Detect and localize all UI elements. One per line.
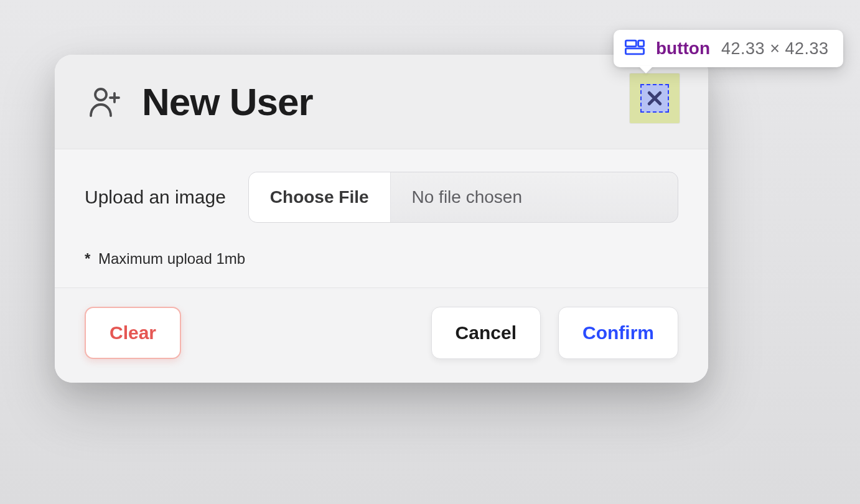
svg-rect-0: [625, 40, 636, 46]
svg-point-3: [95, 89, 106, 100]
close-button[interactable]: [630, 73, 680, 123]
add-user-icon: [85, 82, 124, 122]
upload-label: Upload an image: [85, 187, 226, 208]
svg-rect-2: [625, 49, 643, 54]
dialog-footer: Clear Cancel Confirm: [55, 287, 708, 383]
close-button-highlight: [640, 84, 669, 113]
dialog-body: Upload an image Choose File No file chos…: [55, 149, 708, 287]
dialog-header: New User: [55, 55, 708, 149]
dialog-title: New User: [142, 80, 313, 124]
choose-file-button[interactable]: Choose File: [249, 172, 391, 222]
new-user-dialog: New User Upload an image Choose File No …: [55, 55, 708, 383]
confirm-button[interactable]: Confirm: [558, 307, 678, 359]
upload-row: Upload an image Choose File No file chos…: [85, 172, 678, 223]
hint-text: Maximum upload 1mb: [98, 250, 245, 267]
close-icon: [645, 89, 664, 108]
devtools-tooltip: button 42.33 × 42.33: [614, 30, 843, 67]
svg-rect-1: [638, 40, 644, 46]
clear-button[interactable]: Clear: [85, 307, 181, 359]
tooltip-element-tag: button: [656, 39, 710, 58]
flex-icon: [625, 39, 645, 58]
upload-hint: * Maximum upload 1mb: [85, 250, 678, 268]
file-input[interactable]: Choose File No file chosen: [248, 172, 678, 223]
hint-star: *: [85, 250, 90, 267]
cancel-button[interactable]: Cancel: [431, 307, 541, 359]
file-status-text: No file chosen: [391, 172, 678, 222]
tooltip-dimensions: 42.33 × 42.33: [721, 39, 828, 58]
